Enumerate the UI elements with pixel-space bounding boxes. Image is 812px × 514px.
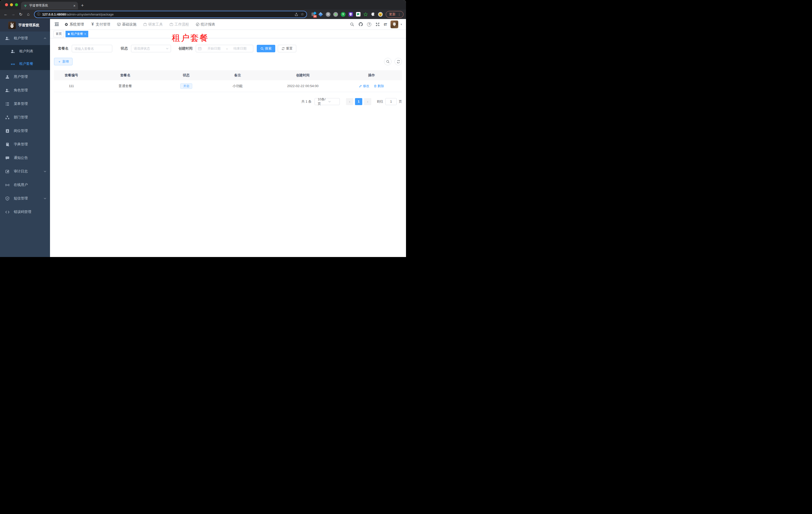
sidebar-item-label: 租户列表 bbox=[19, 49, 33, 54]
back-icon[interactable]: ← bbox=[2, 11, 9, 18]
traffic-lights bbox=[5, 3, 18, 6]
reload-icon[interactable]: ↻ bbox=[18, 11, 24, 18]
show-search-toggle-button[interactable] bbox=[384, 58, 392, 65]
calendar-icon bbox=[198, 47, 202, 50]
sidebar-item-post-management[interactable]: 岗位管理 bbox=[0, 124, 50, 138]
url-host: 127.0.0.1:48080 bbox=[42, 12, 66, 16]
date-range-picker[interactable]: 开始日期 - 结束日期 bbox=[196, 45, 253, 52]
extension-y-icon[interactable]: Y bbox=[341, 12, 346, 17]
header-package-name: 套餐名 bbox=[89, 70, 162, 80]
add-button[interactable]: + 新增 bbox=[54, 58, 72, 65]
share-icon[interactable] bbox=[294, 12, 298, 16]
status-badge[interactable]: 开启 bbox=[180, 83, 192, 89]
github-icon[interactable] bbox=[358, 22, 363, 27]
shield-check-icon bbox=[5, 196, 9, 201]
help-icon[interactable]: ? bbox=[367, 22, 371, 27]
page-size-select[interactable]: 10条/页 bbox=[315, 98, 340, 105]
fullscreen-icon[interactable] bbox=[375, 22, 380, 27]
zoom-window-button[interactable] bbox=[15, 3, 18, 6]
cell-actions: 修改 删除 bbox=[341, 80, 402, 92]
delete-link[interactable]: 删除 bbox=[374, 84, 384, 88]
table-header-row: 套餐编号 套餐名 状态 备注 创建时间 操作 bbox=[54, 70, 402, 80]
search-button[interactable]: 搜索 bbox=[257, 45, 275, 52]
sidebar-item-notice[interactable]: 通知公告 bbox=[0, 151, 50, 165]
page-number-1[interactable]: 1 bbox=[355, 98, 362, 105]
edit-link[interactable]: 修改 bbox=[359, 84, 369, 88]
sidebar-item-online-users[interactable]: 在线用户 bbox=[0, 178, 50, 192]
tree-table-icon bbox=[5, 102, 9, 106]
chevron-down-icon bbox=[44, 170, 47, 173]
extension-chat-icon[interactable] bbox=[355, 12, 361, 17]
tag-home[interactable]: 首页 bbox=[54, 31, 64, 37]
gear-icon bbox=[64, 23, 68, 26]
site-info-icon[interactable]: ⓘ bbox=[37, 12, 40, 17]
main-area: 租户套餐 系统管理 ¥ 支付管理 基础设施 bbox=[50, 19, 406, 257]
app-navbar: 系统管理 ¥ 支付管理 基础设施 研发工具 bbox=[50, 19, 406, 30]
topnav-workflow[interactable]: 工作流程 bbox=[170, 22, 189, 27]
sidebar-item-tenant-list[interactable]: 租户列表 bbox=[0, 45, 50, 58]
status-select[interactable]: 请选择状态 bbox=[131, 45, 171, 52]
org-tree-icon bbox=[5, 115, 9, 119]
topnav-infrastructure[interactable]: 基础设施 bbox=[117, 22, 137, 27]
sidebar-item-tenant-package[interactable]: 租户套餐 bbox=[0, 58, 50, 70]
sidebar-item-label: 租户管理 bbox=[14, 36, 39, 40]
chrome-tab-strip: 芋道管理系统 × + bbox=[0, 0, 406, 9]
close-window-button[interactable] bbox=[5, 3, 8, 6]
user-icon bbox=[5, 75, 9, 79]
prev-page-button[interactable]: ‹ bbox=[346, 98, 353, 105]
user-avatar[interactable] bbox=[390, 21, 398, 28]
chevron-down-icon bbox=[328, 100, 338, 103]
sidebar-item-dict-management[interactable]: 字典管理 bbox=[0, 138, 50, 151]
sidebar-item-tenant-management[interactable]: 租户管理 bbox=[0, 31, 50, 45]
bookmark-star-icon[interactable]: ☆ bbox=[301, 12, 304, 17]
sidebar-item-label: 审计日志 bbox=[14, 169, 39, 174]
sidebar-item-menu-management[interactable]: 菜单管理 bbox=[0, 97, 50, 111]
topnav-payment-management[interactable]: ¥ 支付管理 bbox=[91, 22, 110, 27]
topnav-label: 系统管理 bbox=[69, 22, 84, 27]
sidebar-fold-icon[interactable] bbox=[53, 20, 61, 29]
reset-button[interactable]: 重置 bbox=[278, 45, 296, 52]
goto-page-input[interactable] bbox=[385, 98, 397, 105]
extension-kite-icon[interactable] bbox=[318, 12, 323, 17]
app-logo-row[interactable]: 芋道管理系统 bbox=[0, 19, 50, 31]
extension-command-icon[interactable]: ⌘ bbox=[325, 12, 331, 17]
font-size-icon[interactable]: tT bbox=[384, 22, 387, 27]
log-edit-icon bbox=[5, 169, 9, 174]
address-bar[interactable]: ⓘ 127.0.0.1:48080/admin-ui/system/tenant… bbox=[34, 11, 307, 18]
next-page-button[interactable]: › bbox=[364, 98, 371, 105]
browser-tab[interactable]: 芋道管理系统 × bbox=[21, 2, 78, 9]
search-icon[interactable] bbox=[349, 22, 354, 27]
chrome-update-button[interactable]: 更新 ⋮ bbox=[386, 11, 404, 18]
top-navigation: 系统管理 ¥ 支付管理 基础设施 研发工具 bbox=[64, 22, 349, 27]
sidebar-item-dept-management[interactable]: 部门管理 bbox=[0, 111, 50, 124]
caret-down-icon[interactable]: ▾ bbox=[401, 23, 402, 26]
extension-star-icon[interactable] bbox=[363, 12, 368, 17]
tag-label: 首页 bbox=[56, 32, 62, 36]
new-tab-button[interactable]: + bbox=[81, 3, 84, 8]
sidebar-item-error-code[interactable]: 错误码管理 bbox=[0, 205, 50, 219]
menu-kebab-icon[interactable]: ⋮ bbox=[398, 12, 401, 16]
profile-avatar-icon[interactable] bbox=[378, 12, 383, 17]
extensions-puzzle-icon[interactable] bbox=[371, 12, 376, 17]
cell-package-name: 普通套餐 bbox=[89, 80, 162, 92]
sidebar-item-sms-management[interactable]: 短信管理 bbox=[0, 192, 50, 205]
topnav-dev-tools[interactable]: 研发工具 bbox=[143, 22, 163, 27]
sidebar-item-role-management[interactable]: 角色管理 bbox=[0, 84, 50, 97]
tag-close-icon[interactable]: × bbox=[84, 32, 86, 36]
minimize-window-button[interactable] bbox=[10, 3, 13, 6]
tag-tenant-package[interactable]: 租户套餐 × bbox=[65, 31, 88, 37]
extension-shield-icon[interactable] bbox=[348, 12, 353, 17]
home-icon[interactable]: ⌂ bbox=[25, 11, 31, 18]
sidebar-item-user-management[interactable]: 用户管理 bbox=[0, 70, 50, 84]
package-name-input[interactable] bbox=[72, 45, 112, 52]
refresh-table-button[interactable] bbox=[395, 58, 402, 65]
extension-recorder-icon[interactable] bbox=[333, 12, 338, 17]
sidebar-item-audit-log[interactable]: 审计日志 bbox=[0, 165, 50, 178]
forward-icon[interactable]: → bbox=[10, 11, 17, 18]
tab-close-icon[interactable]: × bbox=[73, 3, 76, 8]
topnav-statistics[interactable]: 统计报表 bbox=[196, 22, 215, 27]
extension-blocker-icon[interactable]: 10 bbox=[311, 12, 316, 17]
topnav-system-management[interactable]: 系统管理 bbox=[64, 22, 84, 27]
page-unit-label: 页 bbox=[399, 99, 402, 104]
dictionary-book-icon bbox=[5, 142, 9, 147]
